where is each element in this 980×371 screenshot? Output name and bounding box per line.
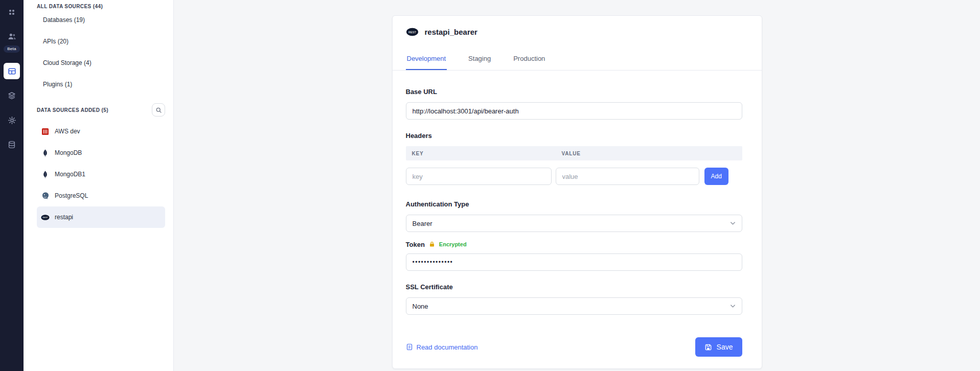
settings-gear-icon-button[interactable] — [4, 112, 20, 128]
database-icon — [8, 141, 16, 149]
add-header-button[interactable]: Add — [704, 168, 728, 185]
left-icon-rail: Beta — [0, 0, 24, 371]
tab-staging[interactable]: Staging — [467, 50, 492, 70]
svg-text:REST: REST — [408, 30, 416, 33]
page-title: restapi_bearer — [425, 28, 477, 36]
base-url-input[interactable] — [406, 102, 742, 120]
config-form: Base URL Headers KEY VALUE Add Authentic… — [393, 88, 762, 357]
data-sources-sidebar: ALL DATA SOURCES (44) Databases (19) API… — [24, 0, 174, 371]
search-icon — [155, 107, 162, 113]
restapi-icon: REST — [406, 28, 419, 36]
data-source-config-card: REST restapi_bearer Development Staging … — [392, 15, 762, 369]
data-source-label: MongoDB1 — [55, 171, 85, 178]
document-icon — [406, 343, 413, 351]
mongodb-icon — [41, 149, 50, 157]
ssl-certificate-label: SSL Certificate — [406, 283, 742, 291]
auth-type-value: Bearer — [413, 220, 432, 227]
environment-tabs: Development Staging Production — [393, 50, 762, 71]
save-button[interactable]: Save — [695, 337, 742, 357]
data-source-label: restapi — [55, 214, 73, 221]
token-label: Token — [406, 241, 425, 248]
data-source-item-mongodb1[interactable]: MongoDB1 — [37, 164, 165, 185]
sidebar-item-apis[interactable]: APIs (20) — [37, 31, 165, 52]
svg-text:REST: REST — [42, 216, 48, 219]
users-icon — [8, 32, 16, 41]
save-icon — [704, 343, 712, 351]
table-icon — [8, 67, 16, 76]
gear-icon — [8, 116, 16, 125]
save-button-text: Save — [717, 343, 733, 351]
tab-development[interactable]: Development — [406, 50, 447, 70]
data-sources-icon-button[interactable] — [4, 63, 20, 79]
beta-badge: Beta — [4, 45, 20, 53]
data-source-label: MongoDB — [55, 149, 82, 156]
card-footer: Read documentation Save — [406, 337, 742, 357]
header-key-value-row: Add — [406, 168, 742, 185]
database-icon-button[interactable] — [4, 136, 20, 153]
data-source-item-restapi[interactable]: REST restapi — [37, 206, 165, 228]
postgresql-icon — [41, 192, 50, 200]
apps-grid-icon-button[interactable] — [4, 4, 20, 20]
read-documentation-text: Read documentation — [417, 343, 478, 351]
headers-table-header: KEY VALUE — [406, 146, 742, 160]
section-title-text: DATA SOURCES ADDED (5) — [37, 107, 108, 113]
value-column-header: VALUE — [556, 151, 581, 156]
token-label-row: Token Encrypted — [406, 240, 742, 248]
section-title-text: ALL DATA SOURCES (44) — [37, 4, 103, 9]
card-header: REST restapi_bearer — [393, 16, 762, 37]
aws-icon — [41, 127, 50, 136]
auth-type-select[interactable]: Bearer — [406, 215, 742, 232]
added-data-sources-list: AWS dev MongoDB MongoDB1 PostgreSQL — [37, 121, 165, 228]
sidebar-item-plugins[interactable]: Plugins (1) — [37, 74, 165, 95]
section-title-data-sources-added: DATA SOURCES ADDED (5) — [37, 103, 165, 117]
read-documentation-link[interactable]: Read documentation — [406, 343, 478, 351]
auth-type-label: Authentication Type — [406, 200, 742, 208]
chevron-down-icon — [730, 304, 736, 308]
data-source-item-aws-dev[interactable]: AWS dev — [37, 121, 165, 142]
key-column-header: KEY — [406, 151, 556, 156]
layers-icon-button[interactable] — [4, 87, 20, 104]
token-input[interactable] — [406, 253, 742, 271]
data-source-label: AWS dev — [55, 128, 80, 135]
data-source-label: PostgreSQL — [55, 192, 88, 199]
section-title-all-data-sources: ALL DATA SOURCES (44) — [37, 3, 165, 9]
data-source-item-postgresql[interactable]: PostgreSQL — [37, 185, 165, 206]
sidebar-item-databases[interactable]: Databases (19) — [37, 9, 165, 31]
main-area: REST restapi_bearer Development Staging … — [174, 0, 980, 371]
restapi-icon: REST — [41, 213, 50, 222]
layers-icon — [8, 91, 16, 100]
users-icon-button[interactable] — [4, 28, 20, 44]
base-url-label: Base URL — [406, 88, 742, 96]
search-button[interactable] — [152, 103, 165, 117]
tab-production[interactable]: Production — [512, 50, 546, 70]
lock-icon — [429, 241, 435, 247]
encrypted-badge: Encrypted — [439, 241, 467, 247]
apps-grid-icon — [8, 8, 16, 16]
app-root: Beta ALL DATA SOURCES (44) Databases ( — [0, 0, 980, 371]
mongodb-icon — [41, 170, 50, 179]
headers-label: Headers — [406, 132, 742, 140]
ssl-certificate-select[interactable]: None — [406, 297, 742, 315]
header-key-input[interactable] — [406, 168, 552, 185]
ssl-certificate-value: None — [413, 303, 428, 310]
data-source-item-mongodb[interactable]: MongoDB — [37, 142, 165, 164]
sidebar-item-cloud-storage[interactable]: Cloud Storage (4) — [37, 52, 165, 74]
header-value-input[interactable] — [556, 168, 699, 185]
chevron-down-icon — [730, 221, 736, 225]
